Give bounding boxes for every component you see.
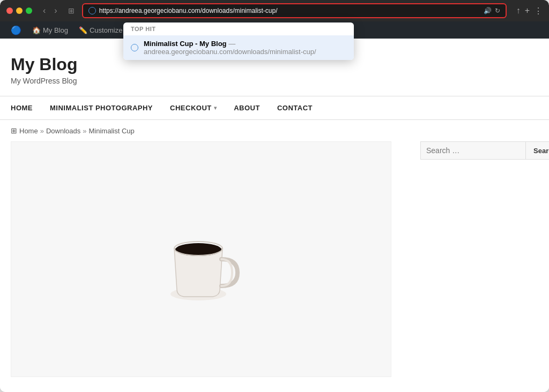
- share-button[interactable]: ↑: [516, 6, 521, 16]
- checkout-dropdown-arrow: ▾: [214, 105, 217, 111]
- content-area: [11, 141, 404, 381]
- forward-button[interactable]: ›: [51, 5, 60, 17]
- customize-label: Customize: [90, 26, 122, 34]
- autocomplete-header: Top Hit: [123, 22, 354, 35]
- breadcrumb-home-icon: ⊞: [11, 126, 17, 135]
- search-button[interactable]: Search: [525, 141, 549, 160]
- minimize-button[interactable]: [16, 7, 23, 14]
- browser-window: ‹ › ⊞ https://andreea.georgeciobanu.com/…: [0, 0, 549, 392]
- autocomplete-dropdown: Top Hit Minimalist Cup - My Blog — andre…: [123, 22, 354, 60]
- browser-action-icons: ↑ + ⋮: [516, 6, 543, 16]
- breadcrumb: ⊞ Home » Downloads » Minimalist Cup: [0, 120, 549, 141]
- address-right-icons: 🔊 ↻: [484, 7, 500, 14]
- main-layout: Search: [0, 141, 549, 392]
- title-bar: ‹ › ⊞ https://andreea.georgeciobanu.com/…: [0, 0, 549, 21]
- nav-item-minimalist-photography[interactable]: MINIMALIST PHOTOGRAPHY: [41, 96, 161, 119]
- breadcrumb-current: Minimalist Cup: [88, 127, 134, 135]
- search-input[interactable]: [420, 141, 525, 160]
- nav-item-home[interactable]: HOME: [11, 96, 41, 119]
- site-tagline: My WordPress Blog: [11, 77, 538, 85]
- breadcrumb-home-link[interactable]: Home: [19, 127, 38, 135]
- my-blog-admin-item[interactable]: 🏠 My Blog: [27, 21, 73, 39]
- customize-admin-item[interactable]: ✏️ Customize: [73, 21, 128, 39]
- website-content: My Blog My WordPress Blog HOME MINIMALIS…: [0, 39, 549, 392]
- url-text: https://andreea.georgeciobanu.com/downlo…: [99, 7, 484, 14]
- traffic-lights: [6, 7, 32, 14]
- customize-icon: ✏️: [79, 26, 87, 34]
- wp-logo-item[interactable]: 🔵: [5, 21, 27, 39]
- close-button[interactable]: [6, 7, 13, 14]
- wordpress-icon: 🔵: [11, 25, 21, 35]
- coffee-cup-svg: [158, 211, 244, 307]
- nav-menu: HOME MINIMALIST PHOTOGRAPHY CHECKOUT ▾ A…: [0, 96, 549, 120]
- search-widget: Search: [420, 141, 538, 160]
- nav-item-checkout[interactable]: CHECKOUT ▾: [161, 96, 225, 119]
- nav-item-contact[interactable]: CONTACT: [269, 96, 321, 119]
- address-bar[interactable]: https://andreea.georgeciobanu.com/downlo…: [82, 3, 507, 18]
- breadcrumb-sep-2: »: [83, 127, 86, 135]
- home-admin-icon: 🏠: [32, 26, 41, 34]
- autocomplete-globe-icon: [131, 44, 138, 51]
- nav-item-about[interactable]: ABOUT: [225, 96, 269, 119]
- product-image: [11, 141, 391, 377]
- nav-buttons: ‹ ›: [40, 5, 61, 17]
- my-blog-admin-label: My Blog: [43, 26, 68, 34]
- speaker-icon[interactable]: 🔊: [484, 7, 492, 14]
- sidebar-icon[interactable]: ⊞: [66, 5, 77, 16]
- breadcrumb-sep-1: »: [40, 127, 44, 135]
- autocomplete-text: Minimalist Cup - My Blog — andreea.georg…: [144, 40, 346, 56]
- autocomplete-item[interactable]: Minimalist Cup - My Blog — andreea.georg…: [123, 35, 354, 60]
- sidebar: Search: [420, 141, 538, 381]
- back-button[interactable]: ‹: [40, 5, 49, 17]
- security-icon: [88, 7, 96, 14]
- more-button[interactable]: ⋮: [534, 6, 543, 16]
- coffee-cup-container: [11, 142, 391, 376]
- breadcrumb-downloads-link[interactable]: Downloads: [46, 127, 80, 135]
- address-bar-icons: [88, 7, 96, 14]
- reload-icon[interactable]: ↻: [495, 7, 500, 14]
- add-tab-button[interactable]: +: [525, 6, 530, 16]
- fullscreen-button[interactable]: [26, 7, 32, 14]
